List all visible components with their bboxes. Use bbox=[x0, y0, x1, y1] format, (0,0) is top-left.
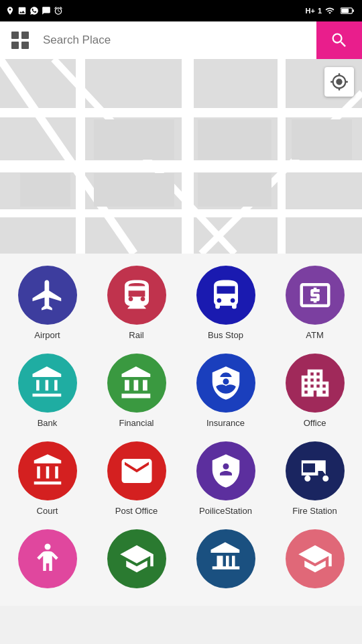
status-left-icons bbox=[5, 6, 63, 15]
svg-rect-2 bbox=[341, 9, 349, 13]
location-icon bbox=[5, 6, 15, 15]
category-item-office[interactable]: Office bbox=[270, 347, 359, 435]
category-item-atm[interactable]: ATM bbox=[270, 259, 359, 347]
category-circle-bank bbox=[18, 354, 77, 413]
signal-icon bbox=[324, 6, 335, 15]
category-item-school[interactable] bbox=[92, 523, 181, 600]
category-circle-bank2 bbox=[196, 529, 255, 588]
status-bar: H+ 1 bbox=[0, 0, 362, 21]
battery-icon bbox=[341, 7, 354, 15]
category-label-fire-station: Fire Station bbox=[292, 506, 337, 516]
category-label-post-office: Post Office bbox=[115, 506, 158, 516]
category-label-financial: Financial bbox=[119, 418, 154, 428]
category-item-police-station[interactable]: PoiliceStation bbox=[181, 435, 270, 523]
svg-rect-17 bbox=[94, 173, 174, 207]
grid-menu-button[interactable] bbox=[0, 21, 40, 59]
category-circle-office bbox=[286, 354, 345, 413]
svg-point-20 bbox=[44, 544, 50, 550]
category-label-bank: Bank bbox=[38, 418, 58, 428]
category-label-atm: ATM bbox=[306, 330, 323, 340]
category-item-insurance[interactable]: Insurance bbox=[181, 347, 270, 435]
category-label-court: Court bbox=[37, 506, 58, 516]
category-item-rail[interactable]: Rail bbox=[92, 259, 181, 347]
category-item-bank[interactable]: Bank bbox=[3, 347, 92, 435]
category-item-bank2[interactable] bbox=[181, 523, 270, 600]
category-item-airport[interactable]: Airport bbox=[3, 259, 92, 347]
category-circle-financial bbox=[107, 354, 166, 413]
category-item-graduate[interactable] bbox=[270, 523, 359, 600]
locate-icon bbox=[330, 72, 349, 91]
category-circle-court bbox=[18, 441, 77, 500]
categories-grid: AirportRailBus StopATMBankFinancialInsur… bbox=[0, 254, 362, 606]
category-circle-school bbox=[107, 529, 166, 588]
grid-icon bbox=[11, 32, 29, 49]
category-label-bus-stop: Bus Stop bbox=[208, 330, 243, 340]
category-item-financial[interactable]: Financial bbox=[92, 347, 181, 435]
category-label-office: Office bbox=[304, 418, 326, 428]
locate-button[interactable] bbox=[324, 67, 354, 97]
svg-rect-18 bbox=[198, 173, 272, 207]
category-circle-rail bbox=[107, 266, 166, 325]
image-icon bbox=[17, 6, 27, 15]
svg-rect-1 bbox=[353, 9, 354, 12]
category-label-airport: Airport bbox=[34, 330, 60, 340]
category-item-bus-stop[interactable]: Bus Stop bbox=[181, 259, 270, 347]
category-circle-graduate bbox=[286, 529, 345, 588]
category-circle-airport bbox=[18, 266, 77, 325]
svg-rect-16 bbox=[20, 173, 70, 207]
search-input[interactable] bbox=[40, 21, 316, 59]
message-icon bbox=[42, 6, 51, 15]
category-label-rail: Rail bbox=[129, 330, 143, 340]
category-item-fire-station[interactable]: Fire Station bbox=[270, 435, 359, 523]
search-bar bbox=[0, 21, 362, 59]
category-circle-bus-stop bbox=[196, 266, 255, 325]
sim-indicator: 1 bbox=[318, 7, 322, 15]
category-label-police-station: PoiliceStation bbox=[199, 506, 252, 516]
svg-rect-19 bbox=[292, 119, 352, 160]
category-item-post-office[interactable]: Post Office bbox=[92, 435, 181, 523]
alarm-icon bbox=[54, 6, 63, 15]
hplus-indicator: H+ bbox=[306, 7, 315, 15]
category-circle-post-office bbox=[107, 441, 166, 500]
category-circle-police-station bbox=[196, 441, 255, 500]
map-area[interactable] bbox=[0, 59, 362, 254]
status-right-icons: H+ 1 bbox=[306, 6, 357, 15]
category-item-child[interactable] bbox=[3, 523, 92, 600]
category-circle-atm bbox=[286, 266, 345, 325]
category-label-insurance: Insurance bbox=[206, 418, 245, 428]
whatsapp-icon bbox=[29, 6, 39, 15]
category-circle-child bbox=[18, 529, 77, 588]
search-icon bbox=[330, 31, 349, 50]
search-button[interactable] bbox=[316, 21, 362, 59]
svg-rect-15 bbox=[198, 119, 272, 160]
category-circle-fire-station bbox=[286, 441, 345, 500]
category-circle-insurance bbox=[196, 354, 255, 413]
map-svg bbox=[0, 59, 362, 254]
category-item-court[interactable]: Court bbox=[3, 435, 92, 523]
svg-rect-14 bbox=[94, 119, 174, 160]
